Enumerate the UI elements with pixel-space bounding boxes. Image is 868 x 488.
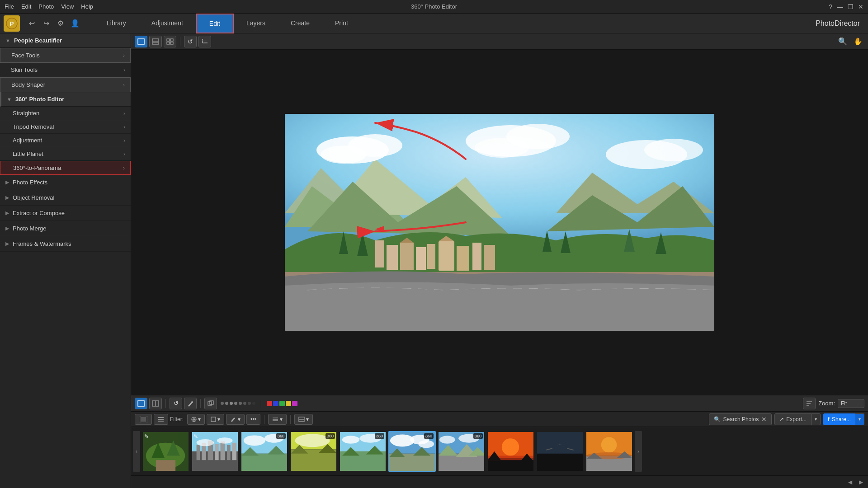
crop-button[interactable]	[198, 36, 211, 47]
menu-view[interactable]: View	[61, 3, 74, 10]
view-single-button[interactable]	[135, 36, 147, 47]
search-photos-button[interactable]: 🔍 Search Photos ✕	[709, 413, 772, 425]
sidebar-item-tripod-removal[interactable]: Tripod Removal ›	[0, 120, 131, 134]
film-thumb-9[interactable]	[536, 431, 584, 472]
sidebar-item-straighten[interactable]: Straighten ›	[0, 107, 131, 120]
color-purple[interactable]	[292, 401, 297, 406]
edit-toolbar-2: Filter: ▾ ▾ ▾ ••• ▾ ▾	[131, 411, 868, 427]
view-image-button[interactable]	[149, 36, 162, 47]
film-thumb-10[interactable]	[585, 431, 633, 472]
tab-print[interactable]: Print	[322, 14, 361, 33]
svg-rect-34	[457, 246, 469, 271]
clone-btn[interactable]	[204, 398, 217, 409]
360-badge: 360	[276, 433, 286, 439]
sidebar-item-body-shaper[interactable]: Body Shaper ›	[0, 77, 131, 92]
svg-rect-57	[139, 416, 141, 422]
tab-library[interactable]: Library	[94, 14, 139, 33]
settings-icon[interactable]: ⚙	[54, 17, 67, 30]
arrow-icon: ›	[123, 151, 125, 157]
filter-adjust-btn[interactable]: ▾	[294, 414, 313, 425]
sidebar-item-object-removal[interactable]: ▶ Object Removal	[0, 190, 131, 206]
zoom-magnify-icon[interactable]: 🔍	[836, 36, 849, 47]
sidebar-item-little-planet[interactable]: Little Planet ›	[0, 147, 131, 161]
edit-split-view-btn[interactable]	[149, 398, 162, 409]
edit-toolbar-1: ↺	[131, 395, 868, 411]
export-button[interactable]: ↗ Export...	[774, 413, 811, 425]
brush-btn[interactable]	[184, 398, 197, 409]
sidebar-item-skin-tools[interactable]: Skin Tools ›	[0, 63, 131, 77]
color-blue[interactable]	[273, 401, 278, 406]
filmstrip-prev[interactable]: ‹	[133, 431, 140, 472]
bottom-nav: ◀ ▶	[131, 475, 868, 488]
svg-rect-88	[241, 453, 287, 470]
sidebar-item-photo-merge[interactable]: ▶ Photo Merge	[0, 221, 131, 236]
filter-brush-btn[interactable]: ▾	[226, 414, 245, 425]
film-thumb-5[interactable]: 360	[339, 431, 387, 472]
export-dropdown[interactable]: ▾	[811, 413, 821, 425]
sort-icon[interactable]	[803, 398, 816, 409]
sidebar-section-people-beautifier[interactable]: ▼ People Beautifier	[0, 33, 131, 48]
minimize-button[interactable]: —	[837, 3, 843, 10]
360-badge: 360	[424, 433, 434, 439]
sidebar-item-photo-effects[interactable]: ▶ Photo Effects	[0, 175, 131, 190]
sidebar-item-face-tools[interactable]: Face Tools ›	[0, 48, 131, 63]
redo-button[interactable]: ↪	[40, 17, 52, 30]
facebook-icon: f	[828, 416, 830, 422]
360-badge: 360	[473, 433, 483, 439]
svg-point-86	[217, 437, 233, 443]
close-button[interactable]: ✕	[858, 3, 863, 10]
hand-tool-icon[interactable]: ✋	[852, 36, 864, 47]
view-grid-button[interactable]	[164, 36, 176, 47]
tab-edit[interactable]: Edit	[196, 14, 234, 33]
film-thumb-3[interactable]: 360	[241, 431, 288, 472]
rotate-left-button[interactable]: ↺	[184, 36, 197, 47]
menu-help[interactable]: Help	[81, 3, 93, 10]
filter-all-btn[interactable]: ▾	[187, 414, 205, 425]
film-thumb-2[interactable]: ✎	[191, 431, 239, 472]
filter-list-btn[interactable]	[154, 414, 168, 425]
film-thumb-4[interactable]: 360	[290, 431, 337, 472]
profile-icon[interactable]: 👤	[69, 17, 81, 30]
color-green[interactable]	[279, 401, 285, 406]
filter-more-btn[interactable]: •••	[246, 414, 260, 425]
svg-rect-35	[472, 243, 481, 270]
film-thumb-7[interactable]: 360	[438, 431, 485, 472]
filter-layers-btn[interactable]: ▾	[268, 414, 287, 425]
zoom-select[interactable]: Fit 25% 50% 100% 200%	[838, 399, 864, 408]
tab-create[interactable]: Create	[278, 14, 322, 33]
sidebar-item-adjustment[interactable]: Adjustment ›	[0, 134, 131, 147]
history-btn[interactable]: ↺	[170, 398, 182, 409]
sidebar-item-extract-compose[interactable]: ▶ Extract or Compose	[0, 206, 131, 221]
filter-filmstrip-btn[interactable]	[135, 414, 152, 425]
tab-adjustment[interactable]: Adjustment	[139, 14, 196, 33]
restore-button[interactable]: ❐	[848, 3, 854, 10]
filmstrip-next[interactable]: ›	[635, 431, 642, 472]
sidebar-section-360-photo-editor[interactable]: ▼ 360° Photo Editor	[0, 92, 131, 107]
sidebar-item-360-to-panorama[interactable]: 360°-to-Panorama ›	[0, 161, 131, 175]
svg-point-116	[439, 436, 455, 443]
title-bar: File Edit Photo View Help 360° Photo Edi…	[0, 0, 868, 14]
menu-file[interactable]: File	[5, 3, 14, 10]
filter-square-btn[interactable]: ▾	[207, 414, 224, 425]
help-button[interactable]: ?	[829, 3, 832, 10]
color-red[interactable]	[267, 401, 272, 406]
film-thumb-6[interactable]: 360	[388, 431, 436, 472]
zoom-label: Zoom:	[818, 400, 835, 407]
search-close-icon[interactable]: ✕	[761, 416, 767, 423]
sidebar-item-frames-watermarks[interactable]: ▶ Frames & Watermarks	[0, 236, 131, 252]
color-yellow[interactable]	[286, 401, 291, 406]
edit-full-view-btn[interactable]	[135, 398, 147, 409]
film-thumb-8[interactable]	[487, 431, 534, 472]
menu-photo[interactable]: Photo	[38, 3, 54, 10]
scroll-right-btn[interactable]: ▶	[856, 478, 865, 487]
film-thumb-1[interactable]: ✎	[142, 431, 189, 472]
undo-button[interactable]: ↩	[25, 17, 38, 30]
menu-edit[interactable]: Edit	[21, 3, 31, 10]
scroll-left-btn[interactable]: ◀	[845, 478, 854, 487]
svg-rect-75	[156, 460, 175, 471]
arrow-icon: ›	[123, 110, 125, 117]
svg-point-27	[644, 139, 703, 161]
tab-layers[interactable]: Layers	[234, 14, 278, 33]
share-dropdown[interactable]: ▾	[855, 413, 864, 425]
share-button[interactable]: f Share...	[823, 413, 855, 425]
